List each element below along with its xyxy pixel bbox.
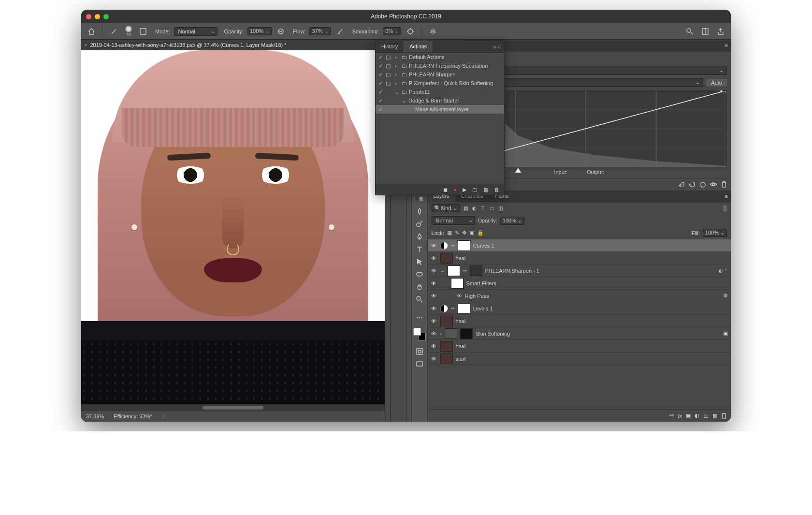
layer-opacity-input[interactable]: 100% ⌄ bbox=[500, 217, 524, 225]
panel-menu-icon[interactable]: ›› ≡ bbox=[493, 44, 501, 50]
visibility-icon[interactable]: 👁 bbox=[431, 268, 437, 274]
prev-state-icon[interactable] bbox=[688, 181, 695, 189]
layer-row[interactable]: 👁heal bbox=[428, 252, 731, 265]
action-dialog-icon[interactable]: ▢ bbox=[385, 63, 391, 69]
layer-name[interactable]: Levels 1 bbox=[473, 306, 493, 311]
layer-thumbnail[interactable] bbox=[440, 253, 453, 264]
disclosure-icon[interactable]: › bbox=[395, 54, 400, 60]
new-group-icon[interactable]: 🗀 bbox=[703, 413, 709, 419]
opacity-input[interactable]: 100% ⌄ bbox=[247, 27, 272, 35]
visibility-icon[interactable]: 👁 bbox=[431, 343, 437, 349]
action-check-icon[interactable]: ✓ bbox=[377, 72, 383, 78]
play-icon[interactable]: ▶ bbox=[463, 187, 466, 193]
group-thumbnail[interactable] bbox=[445, 328, 457, 339]
panel-menu-icon[interactable]: ≡ bbox=[725, 43, 728, 48]
layer-name[interactable]: High Pass bbox=[465, 293, 489, 299]
action-dialog-icon[interactable]: ▢ bbox=[385, 54, 391, 60]
disclosure-icon[interactable]: ⌄ bbox=[402, 98, 406, 104]
layer-row[interactable]: 👁start bbox=[428, 353, 731, 365]
home-icon[interactable] bbox=[86, 26, 97, 37]
filter-toggle[interactable] bbox=[723, 205, 727, 212]
lock-all-icon[interactable]: 🔒 bbox=[477, 230, 484, 236]
minimize-window-button[interactable] bbox=[95, 14, 100, 19]
zoom-tool-icon[interactable] bbox=[413, 294, 426, 305]
efficiency[interactable]: Efficiency: 93%* bbox=[114, 413, 152, 419]
add-mask-icon[interactable]: ▣ bbox=[686, 412, 691, 419]
reset-icon[interactable] bbox=[699, 181, 706, 189]
trash-icon[interactable] bbox=[721, 181, 727, 189]
filter-badge-icon[interactable]: ◐ ⌃ bbox=[719, 268, 728, 273]
action-row[interactable]: ✓Make adjustment layer bbox=[376, 105, 504, 114]
action-check-icon[interactable]: ✓ bbox=[377, 54, 383, 60]
action-row[interactable]: ✓⌄🗀Purple11 bbox=[376, 88, 504, 96]
zoom-window-button[interactable] bbox=[103, 14, 109, 19]
layer-name[interactable]: Skin Softening bbox=[476, 331, 510, 337]
screen-mode-icon[interactable] bbox=[413, 359, 426, 369]
edit-toolbar-icon[interactable]: ⋯ bbox=[413, 312, 426, 323]
layer-row[interactable]: 👁👁High Pass⚙ bbox=[428, 290, 731, 302]
tab-history[interactable]: History bbox=[376, 41, 404, 52]
action-check-icon[interactable]: ✓ bbox=[377, 106, 383, 113]
visibility-icon[interactable]: 👁 bbox=[431, 255, 437, 261]
share-icon[interactable] bbox=[715, 26, 726, 37]
opacity-pressure-icon[interactable] bbox=[276, 26, 286, 37]
lock-position-icon[interactable]: ✥ bbox=[462, 230, 466, 236]
brush-preset-picker[interactable]: 40 bbox=[123, 26, 134, 37]
clip-icon[interactable] bbox=[678, 181, 684, 189]
action-row[interactable]: ✓▢›🗀PHLEARN Sharpen bbox=[376, 70, 504, 79]
action-row[interactable]: ✓▢›🗀PHLEARN Frequency Separation bbox=[376, 61, 504, 70]
filter-adj-icon[interactable]: ◐ bbox=[471, 205, 478, 211]
symmetry-icon[interactable] bbox=[428, 26, 438, 37]
layer-thumbnail[interactable] bbox=[440, 353, 453, 364]
disclosure-icon[interactable]: ⌄ bbox=[395, 89, 400, 95]
layer-fx-icon[interactable]: fx bbox=[678, 413, 682, 419]
visibility-icon[interactable]: 👁 bbox=[431, 243, 437, 249]
search-icon[interactable] bbox=[684, 26, 695, 37]
filter-type-icon[interactable]: T bbox=[480, 205, 486, 211]
color-swatches[interactable] bbox=[413, 328, 426, 340]
mask-thumbnail[interactable] bbox=[458, 303, 470, 314]
layer-name[interactable]: PHLEARN Sharpen +1 bbox=[485, 268, 539, 274]
filter-badge-icon[interactable]: ▣ bbox=[723, 330, 728, 337]
airbrush-icon[interactable] bbox=[335, 26, 346, 37]
lock-artboard-icon[interactable]: ▣ bbox=[469, 230, 474, 236]
visibility-icon[interactable]: 👁 bbox=[431, 318, 437, 324]
layer-row[interactable]: 👁⚯Levels 1 bbox=[428, 302, 731, 315]
mask-thumbnail[interactable] bbox=[458, 240, 470, 251]
layer-thumbnail[interactable] bbox=[460, 328, 473, 339]
layer-thumbnail[interactable] bbox=[470, 265, 482, 276]
layer-row[interactable]: 👁heal bbox=[428, 340, 731, 353]
document-tab[interactable]: 2019-04-13-ashley-with-sony-a7r-iii3138.… bbox=[90, 42, 286, 48]
action-dialog-icon[interactable]: ▢ bbox=[385, 72, 391, 78]
layer-name[interactable]: Smart Filters bbox=[466, 280, 496, 286]
filter-pixel-icon[interactable]: ▧ bbox=[463, 205, 469, 211]
filter-eye-icon[interactable]: 👁 bbox=[457, 293, 462, 299]
layer-name[interactable]: start bbox=[456, 356, 466, 362]
path-selection-tool-icon[interactable] bbox=[413, 256, 426, 267]
delete-action-icon[interactable]: 🗑 bbox=[494, 187, 499, 192]
filter-shape-icon[interactable]: ▭ bbox=[489, 205, 495, 211]
dodge-tool-icon[interactable] bbox=[413, 219, 426, 229]
panel-menu-icon[interactable]: ≡ bbox=[725, 193, 728, 199]
blend-mode-select[interactable]: Normal bbox=[174, 27, 218, 36]
filter-options-icon[interactable]: ⚙ bbox=[723, 293, 728, 299]
mask-thumbnail[interactable] bbox=[448, 265, 460, 276]
hand-tool-icon[interactable] bbox=[413, 281, 426, 292]
stop-icon[interactable]: ◼ bbox=[443, 187, 448, 193]
brush-panel-toggle-icon[interactable] bbox=[138, 26, 148, 37]
visibility-icon[interactable] bbox=[710, 181, 717, 188]
action-row[interactable]: ✓⌄Dodge & Burn Starter bbox=[376, 96, 504, 105]
visibility-icon[interactable]: 👁 bbox=[431, 280, 437, 286]
layer-row[interactable]: 👁Smart Filters bbox=[428, 277, 731, 290]
brush-tool-icon[interactable] bbox=[109, 26, 119, 37]
lock-pixels-icon[interactable]: ✎ bbox=[455, 230, 459, 236]
new-set-icon[interactable]: 🗀 bbox=[472, 187, 478, 192]
smoothing-options-icon[interactable] bbox=[405, 26, 416, 37]
action-dialog-icon[interactable]: ▢ bbox=[385, 80, 391, 87]
layer-thumbnail[interactable] bbox=[440, 341, 453, 352]
action-check-icon[interactable]: ✓ bbox=[377, 63, 383, 69]
layer-row[interactable]: 👁⚯Curves 1 bbox=[428, 239, 731, 252]
visibility-icon[interactable]: 👁 bbox=[431, 356, 437, 362]
action-row[interactable]: ✓▢›🗀Default Actions bbox=[376, 53, 504, 61]
disclosure-icon[interactable]: ⌄ bbox=[440, 267, 445, 274]
